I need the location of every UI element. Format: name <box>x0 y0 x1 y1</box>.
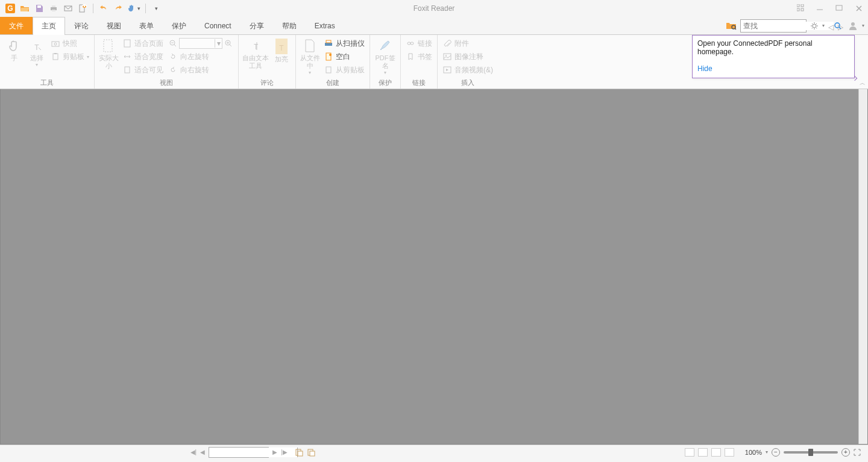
viewmode-single-icon[interactable] <box>685 448 694 457</box>
close-icon[interactable] <box>855 4 863 13</box>
svg-rect-11 <box>801 4 804 7</box>
tab-home[interactable]: 主页 <box>33 17 65 35</box>
bookmark-nav-icon[interactable] <box>295 448 303 457</box>
zoom-dropdown-icon[interactable]: ▾ <box>766 449 768 455</box>
zoom-controls[interactable]: ▾ <box>167 37 234 49</box>
audio-video-button[interactable]: 音频视频(&) <box>441 64 494 76</box>
tab-form[interactable]: 表单 <box>130 17 163 34</box>
print-icon[interactable] <box>48 3 59 14</box>
camera-icon <box>51 39 60 48</box>
hand-tool-button[interactable]: 手 <box>4 37 24 62</box>
fit-visible-button[interactable]: 适合可见 <box>121 64 165 76</box>
hand-mode-icon[interactable]: ▾ <box>127 3 140 14</box>
settings-icon[interactable] <box>810 22 819 30</box>
group-protect: PDF签名 ▾ 保护 <box>370 35 401 89</box>
zoom-slider[interactable] <box>784 451 838 454</box>
bookmark-nav2-icon[interactable] <box>307 448 315 457</box>
undo-icon[interactable] <box>98 3 109 14</box>
select-tool-button[interactable]: T 选择 ▾ <box>27 37 47 67</box>
zoom-out-icon[interactable] <box>168 39 178 48</box>
foxit-logo-icon[interactable]: G <box>5 3 16 14</box>
tab-protect[interactable]: 保护 <box>163 17 195 34</box>
text-icon: T <box>248 39 263 53</box>
highlight-icon: T <box>275 39 288 54</box>
group-label-insert: 插入 <box>441 78 494 87</box>
svg-text:T: T <box>279 44 284 52</box>
pdf-sign-button[interactable]: PDF签名 ▾ <box>374 37 397 75</box>
link-button[interactable]: 链接 <box>404 37 433 49</box>
clipboard-button[interactable]: 剪贴板 ▾ <box>49 51 90 63</box>
advanced-search-icon[interactable] <box>726 20 737 31</box>
separator <box>145 4 146 13</box>
prev-page-icon[interactable]: ◀ <box>200 449 205 455</box>
zoom-combo[interactable]: ▾ <box>179 38 222 49</box>
zoom-out-button[interactable]: − <box>772 448 780 457</box>
tab-share[interactable]: 分享 <box>241 17 273 34</box>
svg-point-24 <box>54 43 57 45</box>
search-input[interactable] <box>743 22 834 30</box>
minimize-icon[interactable] <box>816 4 823 13</box>
group-link: 链接 书签 链接 <box>401 35 438 89</box>
viewmode-facing-icon[interactable] <box>711 448 721 457</box>
tab-connect[interactable]: Connect <box>195 17 241 34</box>
snapshot-button[interactable]: 快照 <box>49 37 90 49</box>
svg-text:T: T <box>254 43 259 51</box>
user-dropdown-icon[interactable]: ▾ <box>862 23 864 28</box>
fit-width-button[interactable]: 适合宽度 <box>121 51 165 63</box>
status-right: 100% ▾ − + <box>685 448 861 457</box>
highlight-button[interactable]: T 加亮 <box>271 37 292 63</box>
zoom-in-icon[interactable] <box>224 39 233 48</box>
connectedpdf-popover: Open your ConnectedPDF personal homepage… <box>692 35 855 78</box>
fullscreen-icon[interactable] <box>854 449 861 456</box>
viewmode-continuous-icon[interactable] <box>698 448 708 457</box>
nav-prev-icon[interactable]: ◁ <box>828 23 834 29</box>
bookmark-button[interactable]: 书签 <box>404 51 433 63</box>
open-icon[interactable] <box>19 3 30 14</box>
chevron-down-icon: ▾ <box>87 54 89 60</box>
restore-icon[interactable] <box>797 4 804 13</box>
user-account-icon[interactable] <box>848 20 858 31</box>
search-box[interactable] <box>740 19 807 33</box>
chevron-down-icon[interactable]: ▾ <box>215 39 222 48</box>
svg-point-48 <box>445 55 447 56</box>
qat-dropdown-icon[interactable]: ▾ <box>151 3 162 14</box>
maximize-icon[interactable] <box>835 4 843 13</box>
attachment-button[interactable]: 附件 <box>441 37 494 49</box>
save-icon[interactable] <box>34 3 45 14</box>
tab-extras[interactable]: Extras <box>306 17 344 34</box>
from-clipboard-button[interactable]: 从剪贴板 <box>322 64 366 76</box>
tab-comment[interactable]: 评论 <box>65 17 98 34</box>
zoom-in-button[interactable]: + <box>841 448 850 457</box>
tabbar-right: ▾ ◁ ▷ ▾ <box>726 17 868 34</box>
settings-dropdown-icon[interactable]: ▾ <box>822 23 825 28</box>
svg-rect-10 <box>797 4 799 7</box>
blank-button[interactable]: 空白 <box>322 51 366 63</box>
email-icon[interactable] <box>63 3 74 14</box>
image-note-button[interactable]: 图像注释 <box>441 51 494 63</box>
group-label-comment: 评论 <box>242 78 292 87</box>
fit-page-button[interactable]: 适合页面 <box>121 37 165 49</box>
viewmode-cont-facing-icon[interactable] <box>725 448 734 457</box>
group-label-view: 视图 <box>98 78 234 87</box>
page-number-input[interactable]: ▾ <box>209 447 269 458</box>
redo-icon[interactable] <box>113 3 124 14</box>
first-page-icon[interactable]: ◀| <box>190 449 197 455</box>
rotate-right-button[interactable]: 向右旋转 <box>167 64 234 76</box>
from-scanner-button[interactable]: 从扫描仪 <box>322 37 366 49</box>
popover-hide-link[interactable]: Hide <box>697 64 849 73</box>
bookmark-icon <box>406 52 415 61</box>
from-file-button[interactable]: 从文件中 ▾ <box>300 37 320 75</box>
chevron-down-icon: ▾ <box>36 62 38 67</box>
tab-view[interactable]: 视图 <box>98 17 130 34</box>
collapse-ribbon-icon[interactable]: ︿ <box>860 79 866 87</box>
group-comment: T 自由文本工具 T 加亮 评论 <box>239 35 296 89</box>
tab-help[interactable]: 帮助 <box>273 17 306 34</box>
text-tool-button[interactable]: T 自由文本工具 <box>242 37 269 70</box>
last-page-icon[interactable]: |▶ <box>281 449 288 455</box>
rotate-left-button[interactable]: 向左旋转 <box>167 51 234 63</box>
next-page-icon[interactable]: ▶ <box>272 449 277 455</box>
nav-next-icon[interactable]: ▷ <box>838 23 844 29</box>
new-doc-icon[interactable]: ✱ <box>77 3 88 14</box>
actual-size-button[interactable]: 实际大小 <box>98 37 119 70</box>
tab-file[interactable]: 文件 <box>0 17 33 34</box>
